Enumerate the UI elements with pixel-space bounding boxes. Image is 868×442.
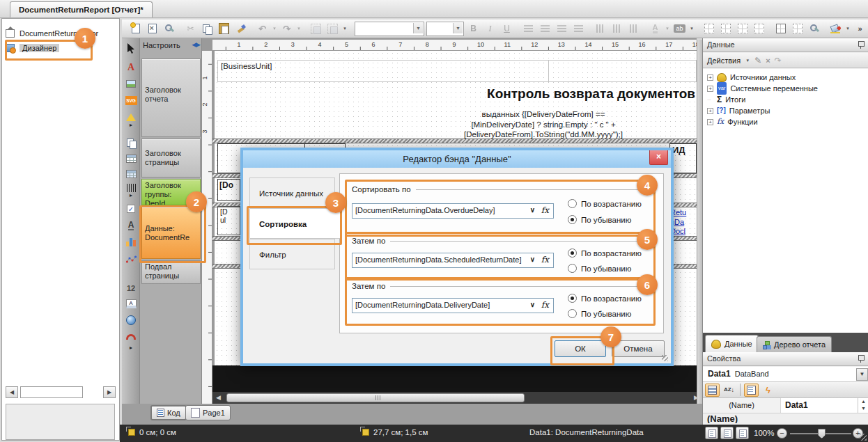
border-settings-button[interactable] xyxy=(807,22,821,36)
group-band-cell[interactable]: [Do xyxy=(217,179,240,201)
chevron-down-icon[interactable]: ∨ xyxy=(530,206,535,214)
copy-button[interactable] xyxy=(200,22,215,36)
delete-page-button[interactable] xyxy=(145,22,160,36)
text-brush-button[interactable]: ab xyxy=(672,22,687,36)
font-family-select[interactable] xyxy=(355,22,424,36)
businessunit-cell[interactable]: [BusinessUnit] xyxy=(217,60,549,82)
events-view-button[interactable]: ϟ xyxy=(761,384,775,397)
scroll-left-arrow-icon[interactable]: ◀ xyxy=(216,394,221,401)
scroll-left-arrow-icon[interactable]: ◀ xyxy=(6,386,18,398)
dialog-tab-datasource[interactable]: Источник данных xyxy=(249,177,335,208)
dialog-tab-sort[interactable]: Сортировка xyxy=(249,208,340,239)
scatter-chart-tool-icon[interactable] xyxy=(125,253,137,266)
crosstab-tool-icon[interactable] xyxy=(125,168,137,180)
property-row[interactable]: (Name) Data1 ▲▼ xyxy=(703,398,868,413)
font-size-select[interactable] xyxy=(426,22,464,36)
tree-item-totals[interactable]: ·· Σ Итоги xyxy=(707,94,745,105)
cut-button[interactable]: ✂ xyxy=(183,22,198,36)
ok-button[interactable]: ОК xyxy=(555,340,606,357)
actions-button[interactable]: Действия xyxy=(707,56,741,65)
bring-to-front-button[interactable] xyxy=(309,22,323,36)
tree-item-parameters[interactable]: + [?] Параметры xyxy=(707,105,770,116)
image-tool-icon[interactable] xyxy=(125,77,137,90)
svg-tool-icon[interactable]: SVG xyxy=(125,94,137,106)
data-band-cell[interactable]: [D ul xyxy=(217,206,240,235)
sort-column-select[interactable]: [DocumentReturningData.OverdueDelay] ∨ f… xyxy=(352,203,554,219)
radio-descending[interactable]: По убыванию xyxy=(568,264,631,273)
radio-ascending[interactable]: По возрастанию xyxy=(568,294,642,303)
expand-icon[interactable]: + xyxy=(707,119,713,125)
explorer-designer-item[interactable]: Дизайнер xyxy=(6,42,59,55)
richtext-tool-icon[interactable]: A xyxy=(125,219,137,232)
redo-button[interactable]: ↷ xyxy=(279,22,294,36)
font-color-dropdown-icon[interactable]: ▾ xyxy=(665,26,670,31)
globe-tool-icon[interactable] xyxy=(125,314,137,326)
radio-descending[interactable]: По убыванию xyxy=(568,215,631,224)
cancel-button[interactable]: Отмена xyxy=(612,340,665,357)
border-bottom-button[interactable] xyxy=(718,22,733,36)
categorized-view-button[interactable] xyxy=(705,384,720,397)
dock-tab-report-tree[interactable]: Дерево отчета xyxy=(757,336,832,352)
explorer-hscrollbar[interactable]: ◀ ▶ xyxy=(6,386,116,398)
tree-item-datasources[interactable]: + Источники данных xyxy=(707,72,796,83)
radio-ascending-icon[interactable] xyxy=(568,248,577,258)
radio-descending-icon[interactable] xyxy=(568,264,577,273)
dialog-resize-grip[interactable] xyxy=(662,355,668,361)
bands-collapse-arrows-icon[interactable]: ◀▶ xyxy=(192,41,200,48)
band-page-footer[interactable]: Подвал страницы xyxy=(141,260,201,284)
expand-icon[interactable]: + xyxy=(707,86,713,92)
dialog-title[interactable]: Редактор бэнда "Данные" xyxy=(243,150,671,168)
band-data[interactable]: Данные: DocumentRe xyxy=(141,207,201,259)
radio-descending-icon[interactable] xyxy=(568,309,577,318)
toolbar-more-button[interactable]: » xyxy=(853,22,867,36)
fx-icon[interactable]: fx xyxy=(541,255,549,265)
fx-icon[interactable]: fx xyxy=(541,300,549,310)
more-tools-arrow-icon[interactable]: ▸ xyxy=(125,345,137,350)
report-subtitle-expression[interactable]: выданных {[DeliveryDateFrom] == [MinDeli… xyxy=(390,109,697,140)
scrollbar-thumb[interactable] xyxy=(20,386,83,398)
sort-column-select[interactable]: [DocumentReturningData.DeliveryDate] ∨ f… xyxy=(352,298,554,313)
radio-descending-icon[interactable] xyxy=(568,215,577,224)
chevron-down-icon[interactable]: ∨ xyxy=(530,301,535,308)
border-outside-button[interactable] xyxy=(773,22,788,36)
dock-tab-data[interactable]: Данные xyxy=(705,335,759,352)
scrollbar-thumb[interactable] xyxy=(226,393,525,402)
canvas-hscrollbar[interactable]: ◀ ▶ xyxy=(212,392,702,404)
gauge-tool-icon[interactable] xyxy=(125,331,137,343)
align-bottom-button[interactable] xyxy=(626,22,641,36)
properties-object-selector[interactable]: Data1 DataBand ▼ xyxy=(703,367,868,382)
actions-dropdown-icon[interactable]: ▾ xyxy=(745,58,750,63)
delete-icon[interactable]: × xyxy=(766,56,770,65)
clone-tool-icon[interactable] xyxy=(125,136,137,149)
data-link[interactable]: gDa xyxy=(670,218,697,228)
dialog-close-button[interactable]: × xyxy=(649,150,668,165)
align-center-button[interactable] xyxy=(538,22,552,36)
document-tab[interactable]: DocumentReturnReport [Отчет]* xyxy=(10,1,153,17)
chart-tool-icon[interactable] xyxy=(125,235,137,248)
bold-button[interactable]: B xyxy=(466,22,481,36)
object-dropdown-icon[interactable]: ▼ xyxy=(856,368,868,381)
tab-code[interactable]: Код xyxy=(150,405,187,420)
tree-item-system-variables[interactable]: + var Системные переменные xyxy=(707,83,818,94)
pin-icon[interactable] xyxy=(858,41,864,49)
radio-ascending[interactable]: По возрастанию xyxy=(568,199,642,208)
properties-view-button[interactable] xyxy=(744,384,759,397)
text-tool-icon[interactable]: A xyxy=(125,61,137,74)
text-format-tool-icon[interactable]: A xyxy=(125,297,137,310)
font-color-button[interactable]: A xyxy=(648,22,662,36)
sort-column-select[interactable]: [DocumentReturningData.ScheduledReturnDa… xyxy=(352,253,554,268)
format-painter-button[interactable] xyxy=(233,22,248,36)
band-report-title[interactable]: Заголовок отчета xyxy=(141,58,201,137)
border-all-button[interactable] xyxy=(702,22,716,36)
checkbox-tool-icon[interactable]: ✓ xyxy=(125,203,137,215)
italic-button[interactable]: I xyxy=(483,22,497,36)
fill-color-dropdown-icon[interactable]: ▾ xyxy=(845,26,851,31)
empty-cell[interactable] xyxy=(548,60,697,82)
page-number-tool-icon[interactable]: 12 xyxy=(125,282,137,294)
chevron-down-icon[interactable]: ∨ xyxy=(530,255,535,263)
undo-dropdown-icon[interactable]: ▾ xyxy=(272,26,277,31)
edit-icon[interactable]: ✎ xyxy=(754,56,761,65)
fill-color-button[interactable] xyxy=(828,22,843,36)
border-top-button[interactable] xyxy=(735,22,750,36)
shape-more-arrow-icon[interactable]: ▸ xyxy=(125,122,137,127)
